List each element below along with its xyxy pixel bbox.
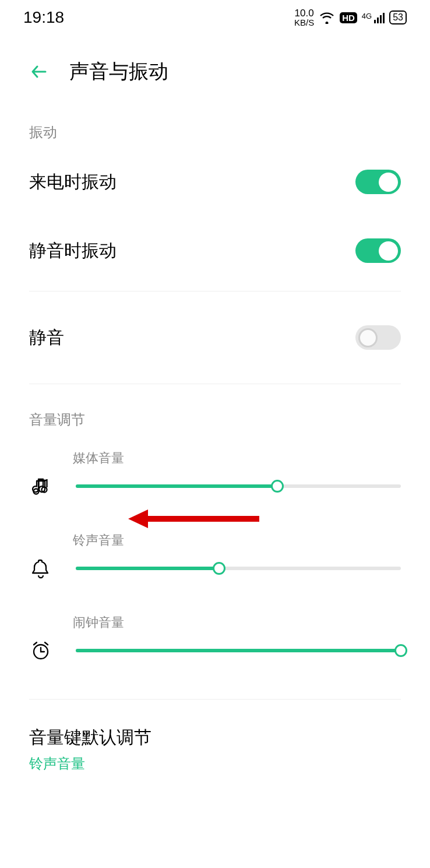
music-note-icon xyxy=(29,476,52,497)
page-title: 声音与振动 xyxy=(69,58,168,85)
row-volume-key-default[interactable]: 音量键默认调节 铃声音量 xyxy=(29,705,401,793)
row-label: 来电时振动 xyxy=(29,170,117,194)
default-key-subtitle: 铃声音量 xyxy=(29,754,401,773)
alarm-clock-icon xyxy=(29,640,52,661)
bell-icon xyxy=(29,558,52,579)
slider-media-track[interactable] xyxy=(76,484,401,488)
toggle-vibrate-on-silent[interactable] xyxy=(355,238,401,263)
status-time: 19:18 xyxy=(23,8,64,27)
toggle-vibrate-on-call[interactable] xyxy=(355,170,401,194)
header: 声音与振动 xyxy=(0,35,430,103)
row-mute[interactable]: 静音 xyxy=(29,297,401,378)
default-key-title: 音量键默认调节 xyxy=(29,726,401,750)
divider xyxy=(29,699,401,700)
row-vibrate-on-call[interactable]: 来电时振动 xyxy=(29,147,401,216)
row-label: 静音时振动 xyxy=(29,239,117,263)
battery-indicator: 53 xyxy=(389,10,407,24)
slider-alarm-track[interactable] xyxy=(76,649,401,652)
row-label: 静音 xyxy=(29,326,64,350)
section-vibration-label: 振动 xyxy=(29,103,401,147)
divider xyxy=(29,291,401,291)
status-indicators: 10.0 KB/S HD 4G 53 xyxy=(294,8,407,27)
slider-alarm-label: 闹钟音量 xyxy=(73,614,401,631)
status-bar: 19:18 10.0 KB/S HD 4G 53 xyxy=(0,0,430,35)
signal-icon: 4G xyxy=(362,12,385,23)
slider-ring-label: 铃声音量 xyxy=(73,532,401,549)
hd-badge: HD xyxy=(340,12,357,23)
toggle-mute[interactable] xyxy=(355,325,401,350)
back-arrow-icon[interactable] xyxy=(29,62,49,82)
svg-marker-4 xyxy=(128,509,148,528)
row-vibrate-on-silent[interactable]: 静音时振动 xyxy=(29,216,401,285)
wifi-icon xyxy=(319,11,335,24)
annotation-arrow xyxy=(128,507,262,530)
slider-media: 媒体音量 xyxy=(29,435,401,517)
slider-ring-track[interactable] xyxy=(76,567,401,570)
divider xyxy=(29,384,401,384)
network-speed: 10.0 KB/S xyxy=(294,8,314,27)
section-volume-label: 音量调节 xyxy=(29,390,401,435)
slider-alarm: 闹钟音量 xyxy=(29,599,401,681)
slider-media-label: 媒体音量 xyxy=(73,449,401,467)
